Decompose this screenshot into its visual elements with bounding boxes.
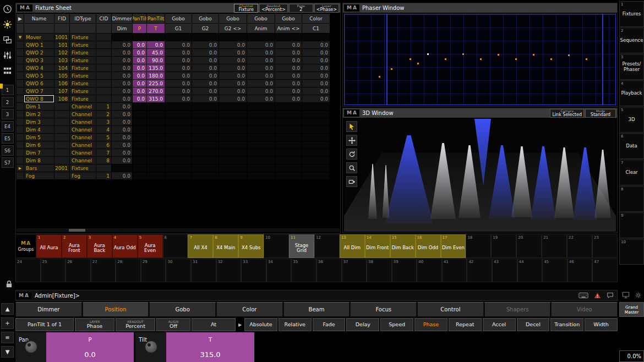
phaser-grid[interactable] — [344, 14, 616, 105]
fixture-row[interactable]: Dim 4Channel40.0 — [17, 126, 330, 134]
group-button-aura-odd[interactable]: 4Aura Odd — [112, 234, 138, 258]
encoder-tilt[interactable]: TiltT315.0 — [135, 332, 254, 362]
fixture-row[interactable]: QWO 3103Fixture0.00.090.00.00.00.00.00.0… — [17, 57, 330, 64]
preset-tab-video[interactable]: Video — [551, 302, 618, 317]
title-button-2[interactable]: Page2 — [289, 4, 313, 13]
faders-icon[interactable] — [1, 48, 14, 62]
view-button-clear[interactable]: 7Clear — [619, 160, 644, 185]
fixture-row[interactable]: ▼Mover1001Fixture — [17, 34, 330, 41]
group-empty-slot[interactable]: 47 — [592, 259, 618, 282]
group-button-all-x4[interactable]: 7All X4 — [188, 234, 213, 258]
group-empty-slot[interactable]: 19 — [491, 234, 516, 258]
orbit-icon[interactable] — [346, 149, 357, 160]
arrow-up-icon[interactable]: ▲ — [1, 303, 14, 315]
page-button-s7[interactable]: S7 — [2, 157, 14, 168]
chat-icon[interactable] — [607, 290, 614, 301]
column-header[interactable]: Anim <> — [275, 24, 302, 34]
fixture-row[interactable]: Dim 5Channel50.0 — [17, 134, 330, 141]
function-button-absolute[interactable]: Absolute — [244, 318, 277, 331]
group-empty-slot[interactable]: 27 — [91, 259, 116, 282]
function-button-decel[interactable]: Decel — [517, 318, 550, 331]
column-header[interactable]: Gobo — [219, 14, 247, 24]
group-empty-slot[interactable]: 10 — [264, 234, 289, 258]
view-button-slot-9[interactable]: 9 — [619, 212, 644, 238]
column-header[interactable]: ▶ — [17, 14, 24, 24]
function-button-width[interactable]: Width — [585, 318, 618, 331]
group-button-all-aura[interactable]: 1All Aura — [36, 234, 62, 258]
camera-link-button[interactable]: Camera Link Selected — [550, 109, 584, 118]
group-empty-slot[interactable]: 39 — [392, 259, 417, 282]
layer-button-layer[interactable]: LAYERPhase — [75, 318, 114, 331]
group-empty-slot[interactable]: 42 — [467, 259, 492, 282]
function-button-fade[interactable]: Fade — [313, 318, 346, 331]
column-header[interactable]: Dimmer — [112, 14, 133, 24]
group-empty-slot[interactable]: 36 — [316, 259, 342, 282]
column-header[interactable]: PanTilt — [133, 14, 147, 24]
group-button-aura-even[interactable]: 5Aura Even — [138, 234, 163, 258]
column-header[interactable]: Dim — [112, 24, 133, 34]
group-empty-slot[interactable]: 22 — [567, 234, 592, 258]
column-header[interactable]: IDType — [70, 14, 96, 24]
function-button-repeat[interactable]: Repeat — [449, 318, 482, 331]
function-button-speed[interactable]: Speed — [380, 318, 413, 331]
phaser-titlebar[interactable]: MA Phaser Window — [343, 3, 617, 13]
column-header[interactable]: P — [133, 24, 147, 34]
function-button-delay[interactable]: Delay — [346, 318, 379, 331]
view-button-sequence[interactable]: 2Sequence — [619, 28, 644, 53]
fixture-row[interactable]: FogFog10.0 — [17, 172, 330, 180]
fixture-row[interactable]: QWO 5105Fixture0.00.0180.00.00.00.00.00.… — [17, 72, 330, 80]
feature-button[interactable]: PanTilt 1 of 1 — [15, 318, 74, 331]
fixture-row[interactable]: Dim 3Channel30.0 — [17, 118, 330, 126]
horizontal-scrollbar[interactable] — [17, 228, 340, 232]
lock-icon[interactable] — [2, 277, 15, 290]
gear-icon[interactable] — [1, 18, 14, 31]
at-button[interactable]: At — [192, 318, 236, 331]
group-button-all-dim[interactable]: 13All Dim — [340, 234, 365, 258]
fixture-sheet-titlebar[interactable]: MA Fixture Sheet ChannelFixtureReadout<P… — [16, 3, 340, 13]
fixture-row[interactable]: QWO 2102Fixture0.00.045.00.00.00.00.00.0… — [17, 49, 330, 57]
title-button-percent[interactable]: Readout<Percent> — [259, 4, 288, 13]
list-icon[interactable]: ≡ — [1, 332, 14, 343]
preset-tab-gobo[interactable]: Gobo — [149, 302, 216, 317]
page-button-e4[interactable]: E4 — [2, 121, 14, 131]
column-header[interactable]: G1 — [165, 24, 192, 34]
column-header[interactable]: G2 <> — [219, 24, 247, 34]
group-button-x4-main[interactable]: 8X4 Main — [213, 234, 238, 258]
mode-button[interactable]: Mode Standard — [585, 109, 616, 118]
fixture-row[interactable]: QWO 7107Fixture0.00.0270.00.00.00.00.00.… — [17, 87, 330, 95]
group-empty-slot[interactable]: 43 — [492, 259, 517, 282]
command-line[interactable]: MA Admin[Fixture]> — [15, 290, 618, 301]
encoder-knob[interactable] — [24, 340, 38, 354]
fixture-row[interactable]: ▶Bars2001Fixture — [17, 164, 330, 172]
group-empty-slot[interactable]: 46 — [567, 259, 593, 282]
column-header[interactable]: Name — [24, 14, 54, 24]
column-header[interactable] — [54, 24, 70, 34]
group-empty-slot[interactable]: 31 — [191, 259, 216, 282]
grand-master-label[interactable]: Grand Master — [619, 302, 644, 317]
view-button-data[interactable]: 6Data — [619, 133, 644, 159]
group-empty-slot[interactable]: 38 — [367, 259, 392, 282]
column-header[interactable]: Anim — [247, 24, 275, 34]
column-header[interactable] — [24, 24, 54, 34]
column-header[interactable]: Gobo — [165, 14, 192, 24]
group-empty-slot[interactable]: 40 — [417, 259, 442, 282]
expand-arrow-icon[interactable]: ▶ — [237, 318, 243, 331]
preset-tab-dimmer[interactable]: Dimmer — [15, 302, 82, 317]
layer-button-readout[interactable]: READOUTPercent — [116, 318, 155, 331]
column-header[interactable] — [17, 24, 24, 34]
group-empty-slot[interactable]: 35 — [291, 259, 316, 282]
group-button-dim-even[interactable]: 17Dim Even — [441, 234, 466, 258]
encoder-knob[interactable] — [144, 340, 158, 354]
page-button-s6[interactable]: S6 — [2, 145, 14, 156]
group-empty-slot[interactable]: 25 — [41, 259, 66, 282]
pointer-icon[interactable] — [346, 121, 357, 132]
fixture-row[interactable]: QWO 4104Fixture0.00.0135.00.00.00.00.00.… — [17, 64, 330, 72]
keyboard-icon[interactable] — [578, 290, 588, 301]
windows-icon[interactable] — [1, 33, 14, 46]
page-button-e5[interactable]: E5 — [2, 133, 14, 144]
group-button-aura-back[interactable]: 3Aura Back — [87, 234, 112, 258]
group-empty-slot[interactable]: 45 — [542, 259, 567, 282]
fixture-row[interactable]: QWO 8108Fixture0.00.0315.00.00.00.00.00.… — [17, 95, 330, 103]
preset-tab-shapers[interactable]: Shapers — [484, 302, 551, 317]
view-button-fixtures[interactable]: 1Fixtures — [619, 1, 644, 27]
